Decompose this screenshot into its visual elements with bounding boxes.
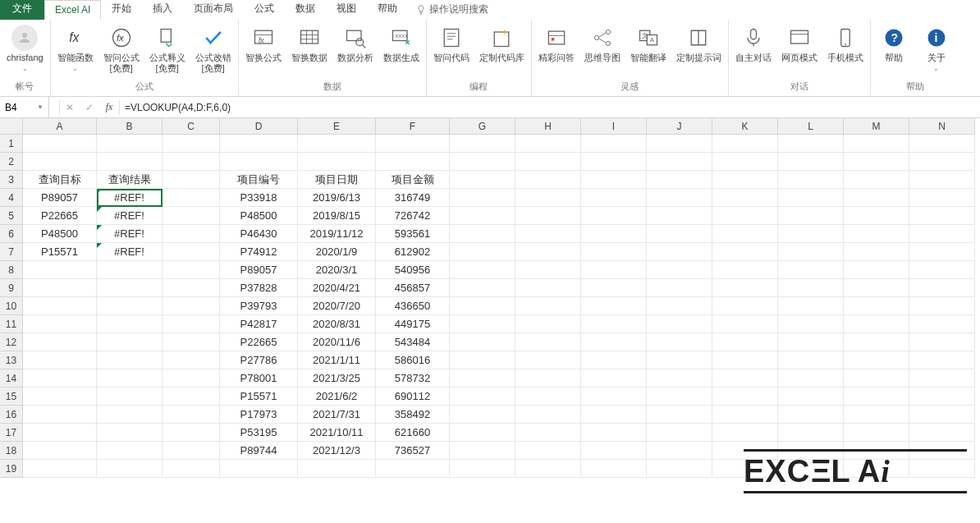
cell-F4[interactable]: 316749 [376, 189, 450, 207]
cell-H1[interactable] [515, 135, 581, 153]
cell-E17[interactable]: 2021/10/11 [298, 424, 376, 442]
cell-E11[interactable]: 2020/8/31 [298, 315, 376, 333]
cell-D17[interactable]: P53195 [220, 424, 298, 442]
cell-F18[interactable]: 736527 [376, 442, 450, 460]
cell-J1[interactable] [647, 135, 712, 153]
cell-B13[interactable] [97, 351, 163, 369]
ask-formula-button[interactable]: fx 智问公式[免费] [103, 25, 140, 74]
cell-K15[interactable] [712, 388, 778, 406]
cell-E9[interactable]: 2020/4/21 [298, 279, 376, 297]
cell-H19[interactable] [515, 460, 581, 478]
cell-H11[interactable] [515, 315, 581, 333]
cell-C17[interactable] [163, 424, 220, 442]
mobile-mode-button[interactable]: 手机模式 [827, 25, 863, 63]
cell-G16[interactable] [450, 406, 515, 424]
cell-N2[interactable] [909, 153, 975, 171]
cell-L15[interactable] [778, 388, 844, 406]
cell-B3[interactable]: 查询结果 [97, 171, 163, 189]
cell-J10[interactable] [647, 297, 712, 315]
row-header-17[interactable]: 17 [0, 424, 23, 442]
cell-G5[interactable] [450, 207, 515, 225]
row-header-13[interactable]: 13 [0, 351, 23, 369]
cell-K9[interactable] [712, 279, 778, 297]
cell-L14[interactable] [778, 369, 844, 388]
cell-C10[interactable] [163, 297, 220, 315]
cell-D2[interactable] [220, 153, 298, 171]
correct-formula-button[interactable]: 公式改错[免费] [195, 25, 231, 74]
cell-C11[interactable] [163, 315, 220, 333]
col-header-G[interactable]: G [450, 118, 515, 135]
cell-F14[interactable]: 578732 [376, 369, 450, 388]
cell-H15[interactable] [515, 388, 581, 406]
row-header-10[interactable]: 10 [0, 297, 23, 315]
row-header-4[interactable]: 4 [0, 189, 23, 207]
col-header-L[interactable]: L [778, 118, 844, 135]
cell-I18[interactable] [581, 442, 647, 460]
cell-L12[interactable] [778, 333, 844, 351]
cell-H6[interactable] [515, 225, 581, 243]
cell-J14[interactable] [647, 369, 712, 388]
cell-G11[interactable] [450, 315, 515, 333]
cell-K14[interactable] [712, 369, 778, 388]
cell-B5[interactable]: #REF! [97, 207, 163, 225]
analyze-data-button[interactable]: 数据分析 [337, 25, 373, 63]
web-mode-button[interactable]: 网页模式 [781, 25, 817, 63]
about-button[interactable]: i 关于 ⌄ [920, 25, 953, 72]
cell-K1[interactable] [712, 135, 778, 153]
mindmap-button[interactable]: 思维导图 [584, 25, 621, 63]
cell-J15[interactable] [647, 388, 712, 406]
cell-L10[interactable] [778, 297, 844, 315]
cell-G2[interactable] [450, 153, 515, 171]
cell-E2[interactable] [298, 153, 376, 171]
cell-K5[interactable] [712, 207, 778, 225]
col-header-I[interactable]: I [581, 118, 647, 135]
cell-C1[interactable] [163, 135, 220, 153]
cell-D16[interactable]: P17973 [220, 406, 298, 424]
cell-E19[interactable] [298, 460, 376, 478]
cell-E13[interactable]: 2021/1/11 [298, 351, 376, 369]
cell-L11[interactable] [778, 315, 844, 333]
cell-M16[interactable] [844, 406, 909, 424]
cell-C9[interactable] [163, 279, 220, 297]
cell-F17[interactable]: 621660 [376, 424, 450, 442]
cell-D13[interactable]: P27786 [220, 351, 298, 369]
name-box[interactable]: B4 ▼ [0, 97, 49, 117]
cell-N13[interactable] [909, 351, 975, 369]
row-header-8[interactable]: 8 [0, 261, 23, 279]
tab-1[interactable]: 插入 [142, 0, 183, 20]
cell-D19[interactable] [220, 460, 298, 478]
cell-A5[interactable]: P22665 [23, 207, 97, 225]
cell-E16[interactable]: 2021/7/31 [298, 406, 376, 424]
cell-A14[interactable] [23, 369, 97, 388]
cell-D7[interactable]: P74912 [220, 243, 298, 261]
cell-G14[interactable] [450, 369, 515, 388]
cell-E3[interactable]: 项目日期 [298, 171, 376, 189]
cell-G6[interactable] [450, 225, 515, 243]
cell-I15[interactable] [581, 388, 647, 406]
row-header-16[interactable]: 16 [0, 406, 23, 424]
auto-dialog-button[interactable]: 自主对话 [735, 25, 772, 63]
cell-F10[interactable]: 436650 [376, 297, 450, 315]
tab-file[interactable]: 文件 [0, 0, 44, 20]
cell-M3[interactable] [844, 171, 909, 189]
cell-N6[interactable] [909, 225, 975, 243]
swap-data-button[interactable]: 智换数据 [291, 25, 327, 63]
cell-G8[interactable] [450, 261, 515, 279]
generate-data-button[interactable]: XXXX 数据生成 [383, 25, 419, 63]
cell-J2[interactable] [647, 153, 712, 171]
cell-A3[interactable]: 查询目标 [23, 171, 97, 189]
prompt-button[interactable]: 定制提示词 [676, 25, 721, 63]
cell-A11[interactable] [23, 315, 97, 333]
cell-F9[interactable]: 456857 [376, 279, 450, 297]
cell-I10[interactable] [581, 297, 647, 315]
translate-button[interactable]: 文A 智能翻译 [630, 25, 666, 63]
cell-B7[interactable]: #REF! [97, 243, 163, 261]
cell-G1[interactable] [450, 135, 515, 153]
tell-me-search[interactable]: 操作说明搜索 [408, 0, 497, 20]
cell-J13[interactable] [647, 351, 712, 369]
smart-function-button[interactable]: fx 智能函数 ⌄ [57, 25, 94, 72]
cell-F7[interactable]: 612902 [376, 243, 450, 261]
cell-I7[interactable] [581, 243, 647, 261]
cell-A19[interactable] [23, 460, 97, 478]
cell-H3[interactable] [515, 171, 581, 189]
